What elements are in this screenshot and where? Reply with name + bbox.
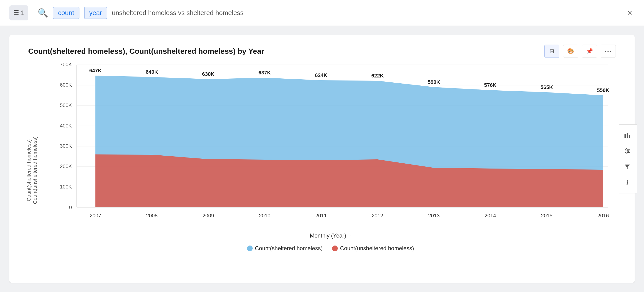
label-2007: 647K [89, 68, 102, 73]
chart-title: Count(sheltered homeless), Count(unshelt… [28, 47, 264, 56]
palette-icon: 🎨 [567, 48, 574, 54]
x-label-2012: 2012 [372, 213, 383, 219]
sheltered-legend-dot [247, 246, 253, 251]
label-2013: 590K [428, 79, 440, 85]
svg-point-24 [626, 148, 627, 150]
svg-text:600K: 600K [60, 82, 72, 88]
funnel-icon [624, 164, 630, 170]
unsheltered-legend-dot [332, 246, 338, 251]
tag-count[interactable]: count [53, 7, 80, 19]
chart-legend: Count(sheltered homeless) Count(unshelte… [40, 241, 620, 254]
chart-header: Count(sheltered homeless), Count(unshelt… [10, 45, 634, 62]
unsheltered-legend-label: Count(unsheltered homeless) [340, 245, 414, 252]
sheltered-legend-label: Count(sheltered homeless) [255, 245, 323, 252]
search-bar: ☰ 1 🔍 count year unsheltered homeless vs… [0, 0, 644, 26]
info-icon: i [626, 179, 628, 187]
info-button[interactable]: i [620, 176, 634, 189]
label-2010: 637K [258, 70, 271, 76]
x-label-2013: 2013 [428, 213, 440, 219]
y-axis-label: Count(sheltered homeless)Count(unshelter… [24, 136, 40, 204]
svg-text:200K: 200K [60, 163, 72, 169]
sliders-icon [624, 148, 630, 154]
close-button[interactable]: × [625, 6, 634, 20]
svg-text:0: 0 [69, 204, 72, 210]
layers-icon: ☰ [13, 9, 19, 17]
main-container: ☰ 1 🔍 count year unsheltered homeless vs… [0, 0, 644, 292]
label-2012: 622K [371, 73, 384, 79]
table-icon: ⊞ [550, 48, 554, 54]
tag-year[interactable]: year [84, 7, 107, 19]
chart-container: Count(sheltered homeless), Count(unshelt… [10, 35, 634, 283]
table-view-button[interactable]: ⊞ [544, 45, 560, 58]
svg-text:300K: 300K [60, 143, 72, 149]
bar-chart-icon [624, 132, 630, 138]
label-2009: 630K [202, 71, 214, 77]
svg-text:400K: 400K [60, 123, 72, 129]
x-label-2010: 2010 [259, 213, 270, 219]
label-2015: 565K [540, 84, 553, 90]
x-label-2015: 2015 [541, 213, 552, 219]
chart-type-button[interactable] [620, 128, 634, 142]
svg-point-25 [628, 150, 629, 152]
svg-text:100K: 100K [60, 184, 72, 190]
sort-arrow-icon[interactable]: ↑ [348, 233, 351, 239]
label-2014: 576K [484, 82, 497, 88]
legend-unsheltered: Count(unsheltered homeless) [332, 245, 414, 252]
filter-control-button[interactable] [620, 144, 634, 157]
label-2008: 640K [146, 69, 158, 75]
x-label-2016: 2016 [598, 213, 609, 219]
area-chart: 0 100K 200K 300K 400K 500K 600K 700K [40, 62, 620, 231]
svg-rect-18 [624, 134, 626, 138]
svg-rect-20 [629, 135, 630, 138]
funnel-button[interactable] [620, 160, 634, 173]
pin-button[interactable]: 📌 [582, 45, 597, 58]
x-axis-label: Monthly (Year) ↑ [40, 232, 620, 241]
legend-sheltered: Count(sheltered homeless) [247, 245, 323, 252]
palette-button[interactable]: 🎨 [563, 45, 578, 58]
x-label-2009: 2009 [202, 213, 214, 219]
svg-text:500K: 500K [60, 102, 72, 108]
label-2016: 550K [597, 87, 610, 93]
x-label-2014: 2014 [485, 213, 496, 219]
label-2011: 624K [315, 72, 328, 78]
right-toolbar: i [618, 124, 637, 193]
x-label-2007: 2007 [90, 213, 101, 219]
search-icon: 🔍 [38, 8, 48, 18]
svg-rect-19 [626, 133, 628, 138]
chart-body: Count(sheltered homeless)Count(unshelter… [10, 62, 634, 278]
svg-point-26 [626, 152, 628, 153]
svg-text:700K: 700K [60, 62, 72, 67]
more-options-button[interactable]: ··· [601, 45, 616, 58]
chart-svg-container: 0 100K 200K 300K 400K 500K 600K 700K [40, 62, 620, 278]
search-query-text[interactable]: unsheltered homeless vs sheltered homele… [112, 9, 620, 17]
more-icon: ··· [604, 47, 612, 56]
x-label-2008: 2008 [146, 213, 158, 219]
x-label-2011: 2011 [316, 213, 327, 219]
query-number-badge[interactable]: ☰ 1 [10, 5, 28, 20]
chart-actions: ⊞ 🎨 📌 ··· [544, 45, 616, 58]
pin-icon: 📌 [586, 48, 593, 54]
